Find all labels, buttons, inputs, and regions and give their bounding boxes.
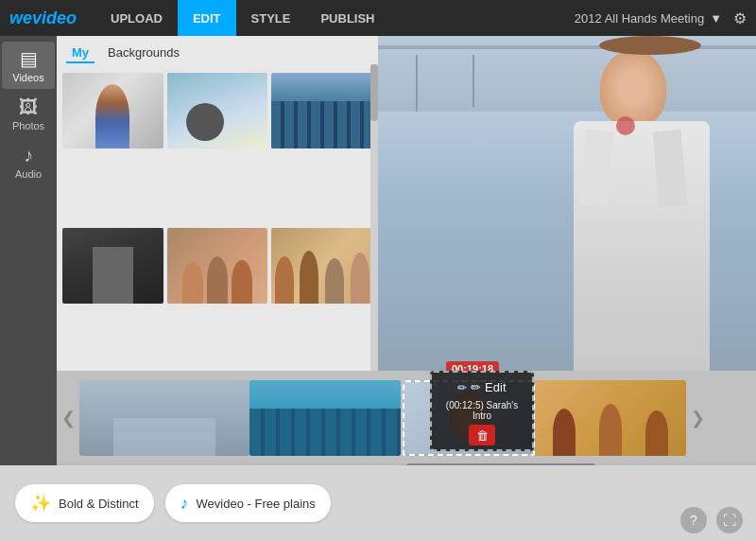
media-thumb-3[interactable] — [271, 73, 372, 148]
music-label: Wevideo - Free plains — [197, 497, 316, 511]
timeline-area: ❮ ❯ — [57, 371, 756, 465]
clip-label: (00:12:5) Sarah's Intro — [436, 400, 528, 421]
media-thumb-6[interactable] — [271, 228, 372, 304]
timeline-clip-1[interactable] — [79, 380, 249, 456]
project-title: 2012 All Hands Meeting ▼ — [575, 11, 722, 26]
music-icon: ♪ — [180, 494, 189, 514]
logo-we: we — [9, 9, 32, 27]
media-thumb-5[interactable] — [167, 228, 268, 304]
edit-clip-button[interactable]: ✏ ✏ Edit — [454, 376, 509, 398]
videos-icon: ▤ — [6, 47, 51, 70]
media-thumb-1[interactable] — [62, 73, 163, 148]
trash-icon: 🗑 — [476, 428, 489, 443]
audio-icon: ♪ — [6, 145, 51, 166]
delete-clip-button[interactable]: 🗑 — [469, 425, 495, 445]
tab-my[interactable]: My — [66, 44, 94, 63]
wand-icon: ✨ — [30, 493, 51, 514]
media-thumb-4[interactable] — [62, 228, 163, 304]
sidebar-item-photos[interactable]: 🖼 Photos — [2, 91, 55, 137]
tab-backgrounds[interactable]: Backgrounds — [102, 44, 185, 63]
logo: wevideo — [9, 9, 77, 28]
photos-icon: 🖼 — [6, 96, 51, 118]
timeline-right-arrow[interactable]: ❯ — [686, 380, 709, 456]
fullscreen-icon: ⛶ — [723, 513, 736, 528]
settings-button[interactable]: ⚙ — [733, 9, 747, 27]
style-nav-button[interactable]: STYLE — [236, 0, 306, 36]
pencil-icon: ✏ — [457, 381, 467, 394]
sidebar-item-audio[interactable]: ♪ Audio — [2, 139, 55, 185]
media-thumb-2[interactable] — [167, 73, 268, 148]
edit-popup: ✏ ✏ Edit (00:12:5) Sarah's Intro 🗑 — [430, 371, 534, 451]
timeline-clip-4[interactable] — [535, 380, 686, 456]
media-scrollbar-thumb[interactable] — [370, 64, 378, 121]
media-tabs: My Backgrounds — [57, 36, 378, 67]
publish-nav-button[interactable]: PUBLISH — [305, 0, 389, 36]
edit-nav-button[interactable]: EDIT — [178, 0, 236, 36]
help-button[interactable]: ? — [680, 507, 707, 533]
style-pill[interactable]: ✨ Bold & Distinct — [15, 484, 154, 522]
fullscreen-button[interactable]: ⛶ — [716, 507, 743, 533]
question-icon: ? — [690, 513, 697, 528]
timeline-clip-2[interactable] — [249, 380, 401, 456]
upload-nav-button[interactable]: UPLOAD — [95, 0, 178, 36]
bottom-bar: ✨ Bold & Distinct ♪ Wevideo - Free plain… — [0, 465, 756, 541]
style-label: Bold & Distinct — [59, 497, 139, 511]
top-navigation: wevideo UPLOAD EDIT STYLE PUBLISH 2012 A… — [0, 0, 756, 36]
bottom-right-icons: ? ⛶ — [680, 507, 743, 533]
music-pill[interactable]: ♪ Wevideo - Free plains — [165, 484, 331, 522]
logo-video: video — [32, 9, 77, 27]
sidebar-item-videos[interactable]: ▤ Videos — [2, 42, 55, 89]
timeline-left-arrow[interactable]: ❮ — [57, 380, 79, 456]
